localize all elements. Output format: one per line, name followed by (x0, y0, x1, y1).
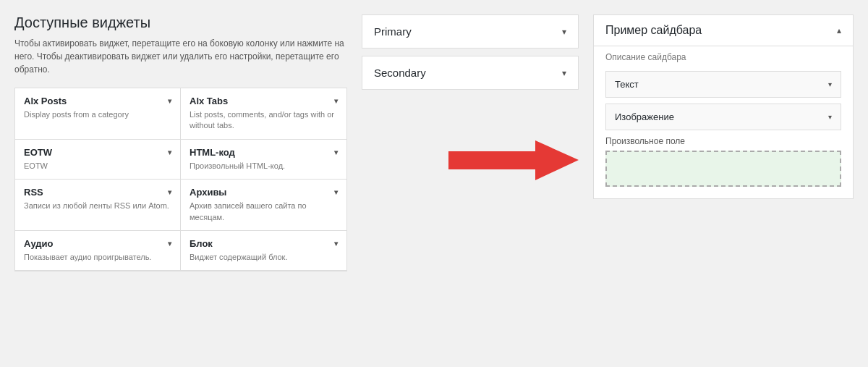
primary-chevron-icon: ▾ (562, 27, 566, 37)
sidebar-widget-image-chevron-icon: ▾ (828, 113, 832, 121)
widget-chevron-icon: ▾ (334, 97, 338, 105)
available-widgets-panel: Доступные виджеты Чтобы активировать вид… (14, 14, 347, 353)
widget-chevron-icon: ▾ (168, 148, 171, 156)
widget-item[interactable]: Блок ▾ Виджет содержащий блок. (181, 231, 346, 271)
widget-name-label: Блок (190, 238, 213, 249)
widget-chevron-icon: ▾ (168, 240, 171, 248)
widget-desc-label: EOTW (24, 161, 171, 172)
widget-desc-label: Архив записей вашего сайта по месяцам. (190, 201, 338, 223)
widget-name-label: RSS (24, 187, 43, 198)
arrow-icon (448, 140, 579, 180)
widget-chevron-icon: ▾ (334, 188, 338, 196)
widget-chevron-icon: ▾ (168, 188, 171, 196)
widget-chevron-icon: ▾ (168, 97, 171, 105)
widget-item[interactable]: Архивы ▾ Архив записей вашего сайта по м… (181, 180, 346, 231)
widget-desc-label: Виджет содержащий блок. (190, 252, 338, 263)
sidebar-example-chevron-icon: ▴ (837, 25, 841, 35)
widget-name-label: Аудио (24, 238, 53, 249)
widget-item[interactable]: Аудио ▾ Показывает аудио проигрыватель. (15, 231, 181, 271)
page-wrapper: Доступные виджеты Чтобы активировать вид… (0, 0, 868, 367)
widget-desc-label: Display posts from a category (24, 109, 171, 120)
widget-name-label: EOTW (24, 147, 52, 158)
widgets-grid: Alx Posts ▾ Display posts from a categor… (14, 88, 347, 271)
sidebar-widget-text[interactable]: Текст ▾ (605, 71, 841, 98)
widget-item[interactable]: RSS ▾ Записи из любой ленты RSS или Atom… (15, 180, 181, 231)
sidebar-example-inner: Пример сайдбара ▴ Описание сайдбара Текс… (593, 14, 854, 199)
widget-item[interactable]: HTML-код ▾ Произвольный HTML-код. (181, 140, 346, 180)
widget-desc-label: Показывает аудио проигрыватель. (24, 252, 171, 263)
widget-name-label: Alx Tabs (190, 96, 228, 106)
secondary-area-title: Secondary (374, 67, 426, 79)
sidebar-example-panel: Пример сайдбара ▴ Описание сайдбара Текс… (593, 14, 854, 353)
widget-chevron-icon: ▾ (334, 240, 338, 248)
drop-zone-area: Произвольное поле (605, 136, 841, 187)
sidebar-example-header[interactable]: Пример сайдбара ▴ (594, 15, 853, 46)
sidebar-widget-image[interactable]: Изображение ▾ (605, 104, 841, 130)
secondary-area-header[interactable]: Secondary ▾ (362, 56, 579, 90)
widget-desc-label: List posts, comments, and/or tags with o… (190, 109, 338, 132)
sidebar-example-title: Пример сайдбара (605, 24, 702, 37)
widget-name-label: Alx Posts (24, 96, 67, 106)
widget-chevron-icon: ▾ (334, 148, 338, 156)
available-widgets-title: Доступные виджеты (14, 14, 347, 31)
sidebar-example-description: Описание сайдбара (594, 46, 853, 71)
widget-item[interactable]: EOTW ▾ EOTW (15, 140, 181, 180)
sidebar-widget-text-label: Текст (615, 79, 639, 90)
widget-name-label: Архивы (190, 187, 226, 198)
available-widgets-description: Чтобы активировать виджет, перетащите ег… (14, 37, 347, 76)
sidebar-areas-panel: Primary ▾ Secondary ▾ (347, 14, 593, 353)
widget-desc-label: Записи из любой ленты RSS или Atom. (24, 201, 171, 211)
sidebar-widget-image-label: Изображение (615, 111, 674, 122)
widget-name-label: HTML-код (190, 147, 235, 158)
sidebar-widget-text-chevron-icon: ▾ (828, 80, 832, 88)
drop-zone-label: Произвольное поле (605, 136, 841, 146)
widget-item[interactable]: Alx Posts ▾ Display posts from a categor… (15, 88, 181, 140)
svg-marker-0 (448, 140, 579, 180)
secondary-chevron-icon: ▾ (562, 68, 566, 78)
drop-zone[interactable] (605, 151, 841, 187)
widget-item[interactable]: Alx Tabs ▾ List posts, comments, and/or … (181, 88, 346, 140)
primary-area-title: Primary (374, 25, 412, 38)
primary-area-header[interactable]: Primary ▾ (362, 14, 579, 48)
widget-desc-label: Произвольный HTML-код. (190, 161, 338, 172)
